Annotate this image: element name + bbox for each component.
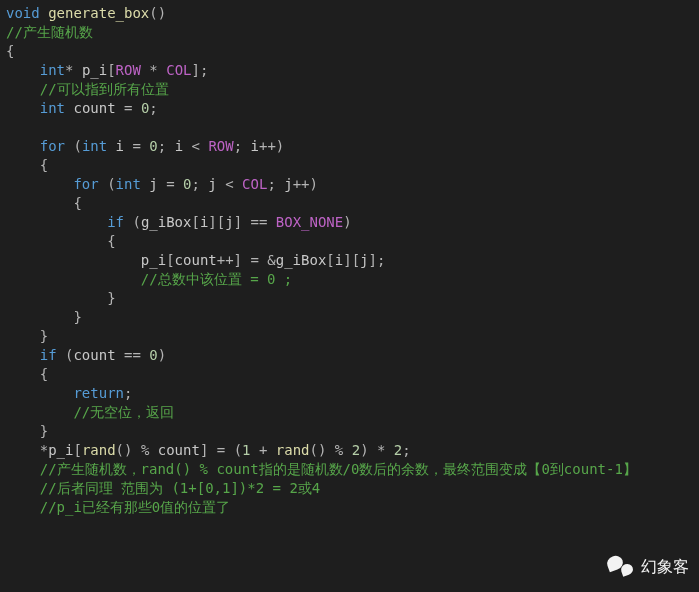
- code-token: ;: [192, 176, 209, 192]
- code-token: 0: [149, 347, 157, 363]
- code-token: generate_box: [48, 5, 149, 21]
- code-token: ;: [234, 138, 251, 154]
- code-token: //p_i已经有那些0值的位置了: [40, 499, 231, 515]
- code-token: ) *: [360, 442, 394, 458]
- wechat-icon: [605, 554, 635, 578]
- code-token: ): [343, 214, 351, 230]
- code-token: //无空位，返回: [73, 404, 174, 420]
- code-token: [6, 100, 40, 116]
- code-token: [6, 461, 40, 477]
- code-token: 0: [149, 138, 157, 154]
- code-line: int count = 0;: [6, 100, 158, 116]
- code-token: =: [124, 138, 149, 154]
- code-token: ];: [369, 252, 386, 268]
- code-token: j: [149, 176, 157, 192]
- code-token: j: [284, 176, 292, 192]
- code-token: ROW: [116, 62, 141, 78]
- code-token: j: [360, 252, 368, 268]
- code-token: ;: [149, 100, 157, 116]
- code-token: ROW: [208, 138, 233, 154]
- code-token: int: [40, 100, 65, 116]
- code-token: rand: [276, 442, 310, 458]
- code-token: j: [225, 214, 233, 230]
- code-token: void: [6, 5, 40, 21]
- code-token: ] ==: [234, 214, 276, 230]
- watermark-text: 幻象客: [641, 557, 689, 576]
- code-line: {: [6, 43, 14, 59]
- code-token: () %: [310, 442, 352, 458]
- code-token: }: [6, 309, 82, 325]
- code-line: return;: [6, 385, 132, 401]
- code-line: {: [6, 233, 116, 249]
- code-token: {: [6, 195, 82, 211]
- code-token: [6, 214, 107, 230]
- code-token: ++] = &: [217, 252, 276, 268]
- code-token: [6, 81, 40, 97]
- code-line: for (int j = 0; j < COL; j++): [6, 176, 318, 192]
- code-line: //p_i已经有那些0值的位置了: [6, 499, 230, 515]
- code-token: p_i: [141, 252, 166, 268]
- code-token: [40, 5, 48, 21]
- code-token: if: [40, 347, 57, 363]
- code-token: p_i: [82, 62, 107, 78]
- code-token: [6, 271, 141, 287]
- code-token: i: [116, 138, 124, 154]
- code-token: //可以指到所有位置: [40, 81, 169, 97]
- code-token: if: [107, 214, 124, 230]
- code-token: ++): [293, 176, 318, 192]
- code-token: ;: [158, 138, 175, 154]
- code-token: COL: [166, 62, 191, 78]
- code-token: ][: [343, 252, 360, 268]
- code-token: =: [158, 176, 183, 192]
- code-token: i: [175, 138, 183, 154]
- code-token: i: [251, 138, 259, 154]
- code-token: //后者同理 范围为 (1+[0,1])*2 = 2或4: [40, 480, 321, 496]
- code-token: <: [217, 176, 242, 192]
- code-token: int: [40, 62, 65, 78]
- code-token: 2: [352, 442, 360, 458]
- code-token: () %: [116, 442, 158, 458]
- code-token: [107, 138, 115, 154]
- code-token: {: [6, 233, 116, 249]
- code-token: [6, 499, 40, 515]
- code-token: for: [73, 176, 98, 192]
- code-line: {: [6, 195, 82, 211]
- code-token: ;: [124, 385, 132, 401]
- code-token: }: [6, 290, 116, 306]
- code-token: [6, 176, 73, 192]
- code-token: BOX_NONE: [276, 214, 343, 230]
- code-token: [: [73, 442, 81, 458]
- code-token: ][: [208, 214, 225, 230]
- code-line: *p_i[rand() % count] = (1 + rand() % 2) …: [6, 442, 411, 458]
- code-line: //产生随机数: [6, 24, 93, 40]
- code-token: ;: [267, 176, 284, 192]
- code-token: *: [141, 62, 166, 78]
- code-line: int* p_i[ROW * COL];: [6, 62, 208, 78]
- code-token: (: [65, 138, 82, 154]
- code-token: count: [73, 100, 115, 116]
- code-token: for: [40, 138, 65, 154]
- code-line: if (count == 0): [6, 347, 166, 363]
- code-token: //总数中该位置 = 0 ;: [141, 271, 292, 287]
- code-token: ==: [116, 347, 150, 363]
- code-token: {: [6, 157, 48, 173]
- watermark: 幻象客: [605, 554, 689, 578]
- code-token: [: [326, 252, 334, 268]
- code-line: //无空位，返回: [6, 404, 174, 420]
- code-token: g_iBox: [276, 252, 327, 268]
- code-token: ++): [259, 138, 284, 154]
- code-token: (: [99, 176, 116, 192]
- code-token: [6, 404, 73, 420]
- code-token: [6, 480, 40, 496]
- code-token: COL: [242, 176, 267, 192]
- code-token: }: [6, 423, 48, 439]
- code-line: {: [6, 157, 48, 173]
- code-token: rand: [82, 442, 116, 458]
- code-token: i: [335, 252, 343, 268]
- code-token: (: [57, 347, 74, 363]
- code-token: //产生随机数，rand() % count指的是随机数/0数后的余数，最终范围…: [40, 461, 637, 477]
- code-line: void generate_box(): [6, 5, 166, 21]
- code-line: //可以指到所有位置: [6, 81, 169, 97]
- code-token: *: [6, 442, 48, 458]
- code-line: //后者同理 范围为 (1+[0,1])*2 = 2或4: [6, 480, 320, 496]
